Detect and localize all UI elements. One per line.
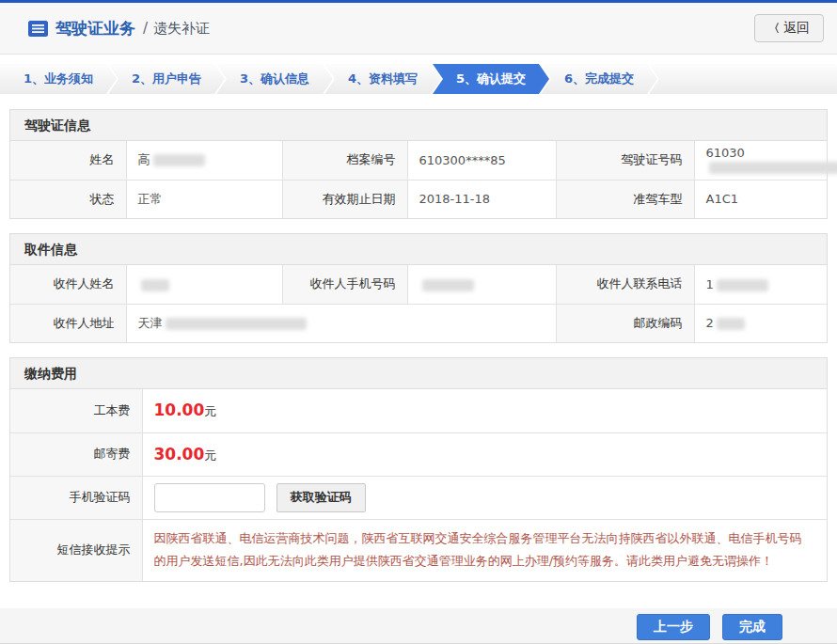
recipient-address-label: 收件人地址 bbox=[10, 304, 126, 342]
recipient-mobile-value bbox=[407, 265, 556, 304]
list-icon bbox=[28, 21, 48, 37]
redacted-text bbox=[717, 318, 745, 330]
sms-notice-cell: 因陕西省联通、电信运营商技术问题，陕西省互联网交通安全综合服务管理平台无法向持陕… bbox=[142, 519, 827, 581]
table-row: 状态 正常 有效期止日期 2018-11-18 准驾车型 A1C1 bbox=[10, 180, 827, 218]
section-pickup-title: 取件信息 bbox=[10, 234, 827, 265]
section-pickup-info: 取件信息 收件人姓名 收件人手机号码 收件人联系电话 1 收件人地址 天津 邮政… bbox=[9, 233, 828, 343]
mail-fee-value: 30.00元 bbox=[142, 432, 827, 476]
license-number-label: 驾驶证号码 bbox=[556, 141, 694, 180]
file-number-value: 610300****85 bbox=[407, 141, 556, 180]
license-number-value: 61030 bbox=[694, 141, 827, 180]
table-row: 姓名 高 档案编号 610300****85 驾驶证号码 61030 bbox=[10, 141, 827, 180]
sms-notice-label: 短信接收提示 bbox=[10, 519, 142, 581]
back-chevron-icon: 〈 bbox=[768, 21, 780, 37]
tab-step-6[interactable]: 6、完成提交 bbox=[541, 64, 657, 94]
production-fee-label: 工本费 bbox=[10, 389, 142, 432]
production-fee-amount: 10.00 bbox=[154, 401, 205, 419]
sms-code-cell: 获取验证码 bbox=[142, 476, 827, 519]
header: 驾驶证业务 / 遗失补证 〈 返回 bbox=[0, 3, 837, 55]
recipient-phone-value: 1 bbox=[694, 265, 827, 304]
fees-table: 工本费 10.00元 邮寄费 30.00元 手机验证码 获取验证码 短信接收提示 bbox=[10, 389, 827, 581]
status-value: 正常 bbox=[126, 180, 282, 218]
postal-code-value: 2 bbox=[694, 304, 827, 342]
recipient-name-value bbox=[126, 265, 282, 304]
redacted-text bbox=[422, 279, 474, 291]
redacted-text bbox=[166, 318, 307, 330]
status-label: 状态 bbox=[10, 180, 126, 218]
tab-step-3[interactable]: 3、确认信息 bbox=[216, 64, 333, 94]
footer-actions: 上一步 完成 bbox=[0, 608, 837, 644]
recipient-phone-label: 收件人联系电话 bbox=[556, 265, 694, 304]
production-fee-value: 10.00元 bbox=[142, 389, 827, 432]
step-tabs-filler bbox=[649, 64, 837, 94]
section-license-title: 驾驶证信息 bbox=[10, 110, 827, 141]
page-title: 驾驶证业务 bbox=[55, 18, 135, 39]
redacted-text bbox=[141, 279, 169, 291]
name-value: 高 bbox=[126, 141, 282, 180]
recipient-mobile-label: 收件人手机号码 bbox=[282, 265, 407, 304]
tab-step-1[interactable]: 1、业务须知 bbox=[0, 64, 117, 94]
production-fee-unit: 元 bbox=[204, 404, 216, 418]
tab-step-5-active[interactable]: 5、确认提交 bbox=[433, 64, 549, 94]
get-sms-code-button[interactable]: 获取验证码 bbox=[276, 483, 366, 512]
name-label: 姓名 bbox=[10, 141, 126, 180]
breadcrumb: 驾驶证业务 / 遗失补证 bbox=[28, 18, 210, 39]
breadcrumb-current: 遗失补证 bbox=[153, 20, 210, 38]
mail-fee-label: 邮寄费 bbox=[10, 432, 142, 476]
section-license-info: 驾驶证信息 姓名 高 档案编号 610300****85 驾驶证号码 61030… bbox=[9, 109, 828, 219]
step-tabs: 1、业务须知 2、用户申告 3、确认信息 4、资料填写 5、确认提交 6、完成提… bbox=[0, 64, 837, 94]
back-button-label: 返回 bbox=[783, 20, 810, 37]
table-row: 收件人地址 天津 邮政编码 2 bbox=[10, 304, 827, 342]
license-info-table: 姓名 高 档案编号 610300****85 驾驶证号码 61030 状态 正常… bbox=[10, 141, 827, 218]
sms-code-input[interactable] bbox=[154, 483, 265, 512]
recipient-name-label: 收件人姓名 bbox=[10, 265, 126, 304]
postal-code-label: 邮政编码 bbox=[556, 304, 694, 342]
breadcrumb-divider: / bbox=[143, 20, 148, 37]
back-button[interactable]: 〈 返回 bbox=[754, 14, 824, 42]
file-number-label: 档案编号 bbox=[282, 141, 407, 180]
table-row: 短信接收提示 因陕西省联通、电信运营商技术问题，陕西省互联网交通安全综合服务管理… bbox=[10, 519, 827, 581]
mail-fee-amount: 30.00 bbox=[154, 445, 205, 463]
vehicle-class-label: 准驾车型 bbox=[556, 180, 694, 218]
sms-code-label: 手机验证码 bbox=[10, 476, 142, 519]
section-fees-title: 缴纳费用 bbox=[10, 358, 827, 389]
redacted-text bbox=[717, 279, 768, 291]
finish-button[interactable]: 完成 bbox=[722, 614, 782, 640]
previous-step-button[interactable]: 上一步 bbox=[637, 614, 710, 640]
redacted-text bbox=[153, 154, 205, 166]
table-row: 收件人姓名 收件人手机号码 收件人联系电话 1 bbox=[10, 265, 827, 304]
sms-notice-text: 因陕西省联通、电信运营商技术问题，陕西省互联网交通安全综合服务管理平台无法向持陕… bbox=[154, 527, 813, 573]
page: 驾驶证业务 / 遗失补证 〈 返回 1、业务须知 2、用户申告 3、确认信息 4… bbox=[0, 0, 837, 644]
vehicle-class-value: A1C1 bbox=[694, 180, 827, 218]
redacted-text bbox=[709, 162, 837, 174]
table-row: 工本费 10.00元 bbox=[10, 389, 827, 432]
recipient-address-value: 天津 bbox=[126, 304, 556, 342]
mail-fee-unit: 元 bbox=[204, 448, 216, 463]
pickup-info-table: 收件人姓名 收件人手机号码 收件人联系电话 1 收件人地址 天津 邮政编码 2 bbox=[10, 265, 827, 342]
table-row: 手机验证码 获取验证码 bbox=[10, 476, 827, 519]
tab-step-4[interactable]: 4、资料填写 bbox=[324, 64, 441, 94]
main-content: 驾驶证信息 姓名 高 档案编号 610300****85 驾驶证号码 61030… bbox=[0, 94, 837, 582]
table-row: 邮寄费 30.00元 bbox=[10, 432, 827, 476]
expiry-date-label: 有效期止日期 bbox=[282, 180, 407, 218]
section-fees: 缴纳费用 工本费 10.00元 邮寄费 30.00元 手机验证码 获取验证码 bbox=[9, 357, 828, 582]
tab-step-2[interactable]: 2、用户申告 bbox=[108, 64, 225, 94]
expiry-date-value: 2018-11-18 bbox=[407, 180, 556, 218]
